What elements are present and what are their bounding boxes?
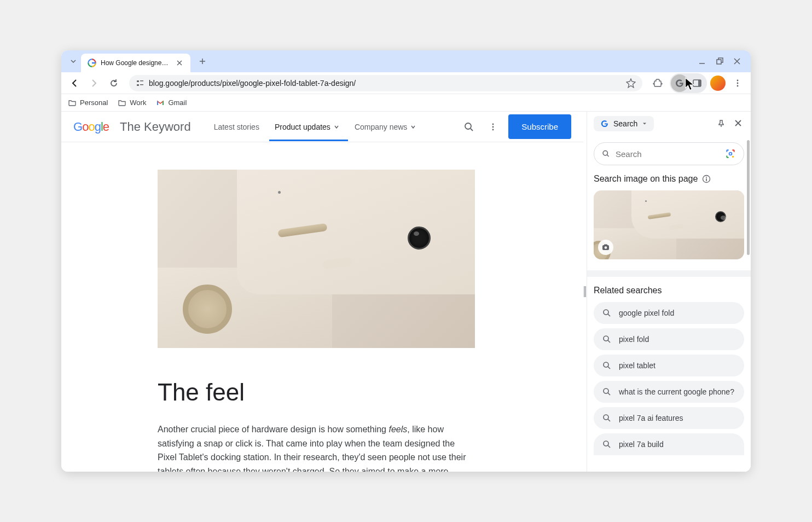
- profile-avatar[interactable]: [710, 76, 726, 91]
- forward-button[interactable]: [85, 74, 103, 92]
- svg-rect-2: [717, 60, 721, 64]
- folder-icon: [118, 98, 126, 107]
- bookmark-label: Work: [130, 98, 146, 107]
- browser-window: How Google designed the P blog.google/pr…: [61, 50, 751, 472]
- svg-point-10: [737, 82, 739, 84]
- site-title[interactable]: The Keyword: [120, 120, 191, 134]
- site-header-right: Subscribe: [460, 114, 571, 139]
- svg-rect-24: [706, 178, 707, 181]
- site-header: Google The Keyword Latest stories Produc…: [61, 112, 583, 142]
- svg-point-14: [492, 126, 494, 127]
- related-search-item[interactable]: pixel tablet: [594, 355, 744, 376]
- divider: [587, 270, 751, 277]
- related-search-item[interactable]: google pixel fold: [594, 302, 744, 324]
- maximize-button[interactable]: [716, 57, 723, 65]
- svg-point-28: [604, 310, 608, 315]
- side-panel: Search Search image on this page: [587, 112, 751, 472]
- bookmark-gmail[interactable]: Gmail: [156, 98, 187, 107]
- svg-rect-17: [585, 286, 587, 297]
- search-icon: [602, 149, 610, 159]
- chevron-down-icon: [642, 121, 647, 126]
- gmail-icon: [156, 98, 165, 107]
- related-search-item[interactable]: pixel fold: [594, 328, 744, 350]
- extensions-button[interactable]: [649, 74, 666, 92]
- side-panel-search-input[interactable]: [616, 149, 720, 159]
- site-search-button[interactable]: [460, 118, 478, 136]
- svg-point-32: [604, 415, 608, 420]
- svg-point-18: [603, 151, 607, 155]
- site-info-icon[interactable]: [136, 79, 144, 88]
- svg-point-11: [737, 85, 739, 86]
- google-search-sidepanel-button[interactable]: [671, 74, 688, 92]
- google-g-icon: [600, 119, 609, 128]
- article-hero-image: [158, 170, 475, 348]
- article-heading: The feel: [158, 379, 475, 406]
- svg-rect-27: [604, 245, 607, 246]
- related-search-item[interactable]: pixel 7a build: [594, 433, 744, 455]
- related-searches-title: Related searches: [594, 286, 744, 295]
- bookmark-personal[interactable]: Personal: [68, 98, 108, 107]
- search-icon: [602, 387, 611, 396]
- svg-point-9: [737, 79, 739, 81]
- sidepanel-button[interactable]: [688, 74, 706, 92]
- tab-bar: How Google designed the P: [61, 50, 751, 72]
- nav-company-news[interactable]: Company news: [353, 113, 417, 141]
- active-tab[interactable]: How Google designed the P: [81, 54, 190, 72]
- minimize-button[interactable]: [698, 57, 706, 65]
- related-search-item[interactable]: pixel 7a ai features: [594, 407, 744, 429]
- related-search-item[interactable]: what is the current google phone?: [594, 381, 744, 403]
- chevron-down-icon: [334, 124, 339, 130]
- side-panel-search-box[interactable]: [594, 142, 744, 165]
- bookmark-star-icon[interactable]: [626, 78, 636, 88]
- svg-rect-6: [140, 84, 143, 85]
- lens-badge-icon: [598, 240, 613, 255]
- svg-point-30: [604, 362, 608, 367]
- tab-search-dropdown[interactable]: [66, 54, 81, 69]
- address-bar: blog.google/products/pixel/google-pixel-…: [61, 72, 751, 94]
- bookmark-label: Gmail: [168, 98, 187, 107]
- tab-title: How Google designed the P: [101, 59, 171, 67]
- search-icon: [602, 440, 611, 449]
- bookmark-work[interactable]: Work: [118, 98, 146, 107]
- site-nav: Latest stories Product updates Company n…: [213, 113, 417, 141]
- nav-product-updates[interactable]: Product updates: [274, 113, 340, 141]
- svg-rect-1: [92, 62, 96, 64]
- search-icon: [602, 335, 611, 344]
- info-icon[interactable]: [702, 175, 711, 183]
- article-body: The feel Another crucial piece of hardwa…: [158, 142, 475, 472]
- google-lens-icon[interactable]: [725, 148, 736, 159]
- side-panel-image-thumbnail[interactable]: [594, 190, 744, 259]
- new-tab-button[interactable]: [195, 54, 210, 69]
- close-tab-icon[interactable]: [175, 59, 184, 67]
- bookmarks-bar: Personal Work Gmail: [61, 94, 751, 112]
- svg-rect-16: [584, 286, 585, 297]
- side-panel-selector[interactable]: Search: [594, 116, 654, 131]
- reload-button[interactable]: [105, 74, 123, 92]
- close-sidepanel-button[interactable]: [732, 117, 744, 130]
- close-window-button[interactable]: [733, 57, 741, 65]
- side-panel-body: Search image on this page Related search…: [587, 136, 751, 472]
- bookmark-label: Personal: [80, 98, 108, 107]
- search-icon: [602, 309, 611, 317]
- sidepanel-toggle-group: [670, 73, 707, 93]
- search-icon: [602, 414, 611, 422]
- svg-point-31: [604, 388, 608, 393]
- folder-icon: [68, 98, 77, 107]
- pin-sidepanel-button[interactable]: [715, 117, 728, 130]
- svg-rect-5: [140, 80, 143, 82]
- svg-rect-4: [137, 84, 139, 86]
- content-area: Google The Keyword Latest stories Produc…: [61, 112, 751, 472]
- subscribe-button[interactable]: Subscribe: [508, 114, 571, 139]
- svg-rect-8: [698, 80, 701, 86]
- svg-rect-3: [137, 80, 139, 82]
- url-bar[interactable]: blog.google/products/pixel/google-pixel-…: [129, 75, 642, 91]
- svg-point-13: [492, 123, 494, 125]
- nav-latest-stories[interactable]: Latest stories: [213, 113, 260, 141]
- main-content: Google The Keyword Latest stories Produc…: [61, 112, 583, 472]
- site-menu-button[interactable]: [484, 118, 502, 136]
- svg-point-23: [706, 177, 707, 178]
- chrome-menu-button[interactable]: [729, 74, 746, 92]
- svg-point-21: [730, 153, 732, 155]
- google-logo[interactable]: Google: [73, 120, 109, 134]
- back-button[interactable]: [66, 74, 83, 92]
